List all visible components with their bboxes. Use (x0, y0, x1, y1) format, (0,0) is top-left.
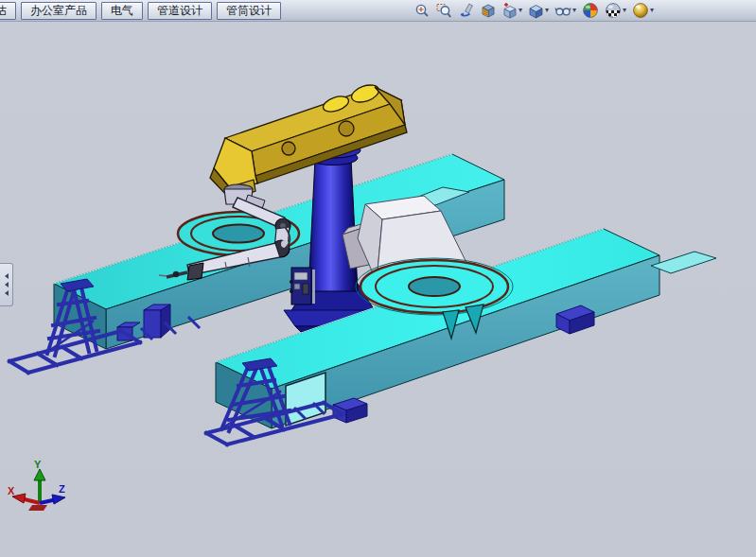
collapse-arrow-icon (5, 290, 9, 296)
view-orientation-dropdown-arrow: ▾ (519, 1, 522, 20)
orientation-triad: X Y Z (8, 459, 65, 511)
tab-office-products[interactable]: 办公室产品 (21, 2, 97, 20)
section-view-icon[interactable] (479, 0, 497, 21)
apply-scene-dropdown-arrow: ▾ (623, 1, 626, 20)
bearing-ring-near[interactable] (356, 258, 513, 315)
collapse-arrow-icon (5, 282, 9, 287)
triad-y-label: Y (34, 459, 42, 470)
triad-x-label: X (8, 485, 15, 496)
tab-evaluate-partial[interactable]: 估 (0, 2, 16, 20)
collapse-arrow-icon (5, 273, 9, 279)
previous-view-icon[interactable] (457, 0, 475, 21)
column-control-box[interactable] (290, 268, 315, 305)
tab-piping-design[interactable]: 管道设计 (148, 2, 212, 20)
command-toolbar: 估 办公室产品 电气 管道设计 管筒设计 (0, 0, 756, 22)
near-beam-end-flange[interactable] (651, 252, 716, 273)
graphics-viewport[interactable]: X Y Z (0, 21, 756, 557)
model-scene: X Y Z (0, 21, 756, 557)
display-style-icon[interactable]: ▾ (527, 0, 550, 21)
apply-scene-icon[interactable]: ▾ (604, 0, 627, 21)
heads-up-view-toolbar: ▾ ▾ ▾ (413, 0, 655, 21)
view-settings-dropdown-arrow: ▾ (650, 1, 654, 20)
hide-show-items-icon[interactable]: ▾ (554, 0, 577, 21)
hide-show-items-dropdown-arrow: ▾ (572, 1, 576, 20)
view-settings-icon[interactable]: ▾ (631, 0, 655, 21)
tab-electrical[interactable]: 电气 (101, 2, 143, 20)
zoom-to-fit-icon[interactable] (413, 0, 431, 21)
display-style-dropdown-arrow: ▾ (545, 1, 549, 20)
edit-appearance-icon[interactable] (581, 0, 600, 21)
featuremanager-collapsed-tab[interactable] (0, 263, 13, 306)
command-tab-row: 估 办公室产品 电气 管道设计 管筒设计 (0, 0, 281, 21)
cad-window: X Y Z 估 办公室产品 电气 管道设计 管筒设计 (0, 0, 756, 557)
triad-z-label: Z (59, 483, 65, 495)
tab-tubing-design[interactable]: 管筒设计 (217, 2, 281, 20)
zoom-to-area-icon[interactable] (435, 0, 453, 21)
view-orientation-icon[interactable]: ▾ (501, 0, 523, 21)
